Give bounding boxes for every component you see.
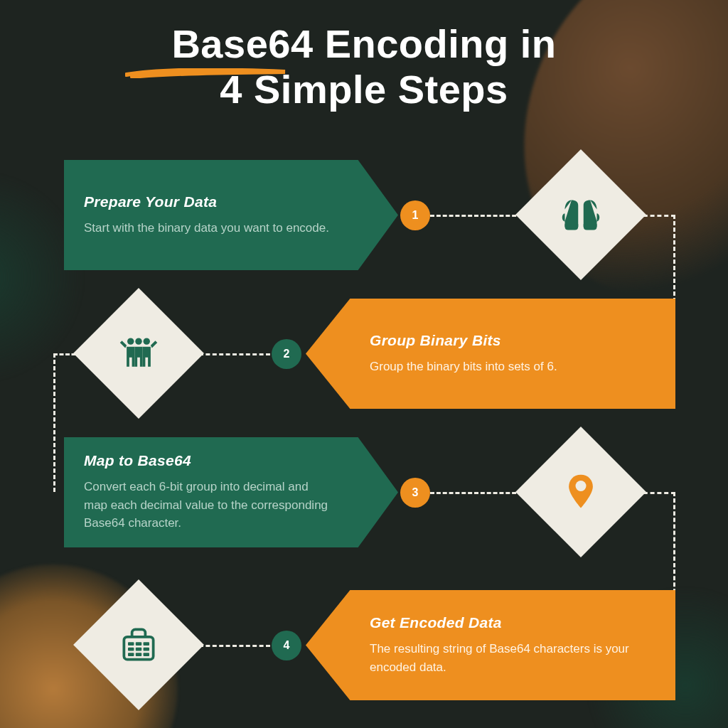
step-diamond	[73, 288, 204, 419]
step-title: Prepare Your Data	[84, 193, 334, 210]
step-title: Map to Base64	[84, 452, 334, 469]
underline-swash	[125, 68, 289, 78]
svg-rect-11	[136, 648, 141, 651]
step-title: Get Encoded Data	[370, 614, 655, 631]
step-row-2: 2 Group Binary Bits Group the binary bit…	[0, 299, 728, 409]
people-group-icon	[117, 332, 160, 375]
step-number-badge: 3	[400, 478, 430, 508]
svg-rect-10	[128, 648, 134, 651]
step-row-3: Map to Base64 Convert each 6-bit group i…	[0, 437, 728, 547]
step-number: 2	[284, 348, 290, 360]
briefcase-grid-icon	[117, 623, 160, 666]
step-number-badge: 1	[400, 200, 430, 230]
title-line-1: Base64 Encoding in	[0, 21, 728, 67]
svg-rect-15	[144, 653, 149, 656]
connector-line	[430, 215, 523, 217]
svg-rect-8	[136, 642, 141, 646]
step-body: Convert each 6-bit group into decimal an…	[84, 478, 334, 532]
svg-rect-14	[136, 653, 141, 656]
step-number: 3	[412, 486, 419, 499]
map-pin-icon	[560, 471, 602, 513]
step-number: 4	[284, 639, 290, 652]
mittens-icon	[560, 193, 602, 236]
connector-line	[430, 492, 523, 494]
step-card-4: Get Encoded Data The resulting string of…	[306, 590, 675, 700]
svg-rect-1	[584, 224, 597, 227]
step-body: Start with the binary data you want to e…	[84, 219, 334, 237]
step-body: The resulting string of Base64 character…	[370, 640, 655, 676]
step-number-badge: 4	[272, 631, 301, 660]
svg-rect-7	[128, 642, 134, 646]
svg-point-2	[127, 338, 134, 344]
step-card-3: Map to Base64 Convert each 6-bit group i…	[64, 437, 398, 547]
step-number: 1	[412, 209, 419, 222]
step-diamond	[515, 149, 646, 280]
step-diamond	[515, 427, 646, 557]
svg-rect-12	[144, 648, 149, 651]
step-title: Group Binary Bits	[370, 332, 655, 349]
step-card-1: Prepare Your Data Start with the binary …	[64, 160, 398, 270]
title-line-2: 4 Simple Steps	[0, 67, 728, 112]
connector-line	[199, 353, 270, 355]
svg-point-5	[576, 481, 587, 491]
svg-rect-13	[128, 653, 134, 656]
connector-line	[199, 645, 270, 647]
svg-point-3	[135, 338, 141, 344]
svg-rect-0	[565, 224, 579, 227]
step-row-4: 4 Get Encoded Data The resulting string …	[0, 590, 728, 700]
step-row-1: Prepare Your Data Start with the binary …	[0, 160, 728, 270]
step-card-2: Group Binary Bits Group the binary bits …	[306, 299, 675, 409]
step-diamond	[73, 579, 204, 710]
page-title: Base64 Encoding in 4 Simple Steps	[0, 21, 728, 113]
step-number-badge: 2	[272, 339, 301, 369]
svg-point-4	[144, 338, 150, 344]
svg-rect-9	[144, 642, 149, 646]
step-body: Group the binary bits into sets of 6.	[370, 358, 655, 376]
